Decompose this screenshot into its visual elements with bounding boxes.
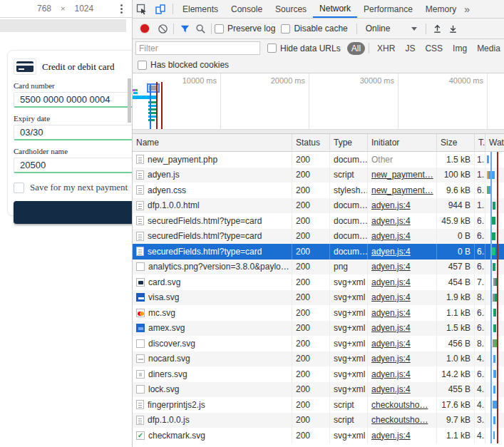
column-header-type[interactable]: Type — [330, 134, 368, 151]
initiator-link[interactable]: adyen.js:4 — [371, 323, 411, 333]
initiator-link[interactable]: adyen.js:4 — [371, 292, 411, 302]
resource-filter-all[interactable]: All — [347, 42, 365, 55]
hide-data-urls-checkbox[interactable] — [267, 43, 277, 53]
resource-filter-js[interactable]: JS — [401, 42, 419, 55]
request-name-cell[interactable]: ✓checkmark.svg — [133, 428, 292, 443]
column-header-initiator[interactable]: Initiator — [368, 134, 437, 151]
request-name-cell[interactable]: adyen.js — [133, 168, 292, 183]
column-header-size[interactable]: Size — [437, 134, 475, 151]
resource-filter-media[interactable]: Media — [473, 42, 504, 55]
request-name-cell[interactable]: analytics.png?version=3.8.0&paylo… — [133, 260, 292, 275]
request-row[interactable]: nocard.svg200svg+xmladyen.js:41.0 kB4.. — [133, 351, 504, 367]
request-name-cell[interactable]: new_payment.php — [133, 152, 292, 168]
tab-memory[interactable]: Memory — [419, 0, 463, 18]
request-name-cell[interactable]: mc.svg — [133, 305, 292, 321]
initiator-link[interactable]: new_payment… — [371, 185, 433, 195]
initiator-link[interactable]: checkoutsho… — [371, 400, 428, 410]
column-header-waterfall[interactable]: Waterfall — [485, 134, 504, 151]
device-height-value[interactable]: 1024 — [74, 4, 93, 14]
device-dimensions[interactable]: 768 × 1024 — [37, 4, 93, 14]
save-payment-checkbox[interactable] — [14, 183, 24, 193]
cardholder-name-input[interactable] — [14, 158, 132, 173]
tab-network[interactable]: Network — [313, 0, 357, 18]
request-row[interactable]: new_payment.php200docum…Other1.5 kB1.. — [133, 152, 504, 168]
initiator-link[interactable]: adyen.js:4 — [371, 431, 411, 441]
request-row[interactable]: securedFields.html?type=card200docum…ady… — [133, 229, 504, 245]
disable-cache-checkbox[interactable] — [281, 24, 290, 34]
initiator-link[interactable]: adyen.js:4 — [371, 277, 411, 287]
request-row[interactable]: visa.svg200svg+xmladyen.js:41.9 kB8.. — [133, 290, 504, 306]
request-row[interactable]: adyen.css200stylesh…new_payment…9.6 kB6.… — [133, 183, 504, 198]
more-tabs-icon[interactable]: » — [464, 4, 470, 15]
initiator-link[interactable]: checkoutsho… — [371, 415, 428, 425]
payment-method-header[interactable]: Credit or debit card — [14, 58, 132, 75]
clear-network-log-icon[interactable] — [155, 21, 170, 36]
network-overview-timeline[interactable]: 10000 ms20000 ms30000 ms40000 ms — [133, 73, 504, 134]
request-name-cell[interactable]: diners.svg — [133, 366, 292, 382]
import-har-icon[interactable] — [429, 21, 445, 36]
has-blocked-cookies-checkbox[interactable] — [138, 61, 147, 70]
initiator-link[interactable]: adyen.js:4 — [371, 369, 411, 379]
request-name-cell[interactable]: adyen.css — [133, 183, 292, 198]
request-row[interactable]: dfp.1.0.0.js200scriptcheckoutsho…9.7 kB3… — [133, 413, 504, 428]
throttling-select[interactable]: Online — [360, 24, 423, 34]
request-row[interactable]: adyen.js200scriptnew_payment…100 kB1.. — [133, 168, 504, 183]
request-name-cell[interactable]: fingerprintjs2.js — [133, 397, 292, 413]
request-name-cell[interactable]: dfp.1.0.0.html — [133, 198, 292, 214]
column-header-t[interactable]: T. — [475, 134, 485, 151]
tab-sources[interactable]: Sources — [269, 0, 313, 18]
resource-filter-css[interactable]: CSS — [421, 42, 447, 55]
request-row[interactable]: diners.svg200svg+xmladyen.js:414.2 kB6.. — [133, 366, 504, 382]
record-network-log-button[interactable] — [140, 24, 149, 33]
initiator-link[interactable]: adyen.js:4 — [371, 262, 411, 272]
device-toolbar-menu-icon[interactable] — [120, 4, 123, 14]
request-name-cell[interactable]: discover.svg — [133, 336, 292, 351]
request-row[interactable]: lock.svg200svg+xmladyen.js:4455 B4.. — [133, 382, 504, 398]
request-row[interactable]: ✓checkmark.svg200svg+xmladyen.js:41.1 kB… — [133, 428, 504, 443]
request-name-cell[interactable]: dfp.1.0.0.js — [133, 413, 292, 428]
expiry-date-input[interactable] — [14, 125, 132, 140]
initiator-link[interactable]: new_payment… — [371, 170, 433, 180]
resource-filter-xhr[interactable]: XHR — [373, 42, 399, 55]
request-row[interactable]: securedFields.html?type=card200docum…ady… — [133, 213, 504, 229]
column-header-name[interactable]: Name — [133, 134, 292, 151]
inspect-element-icon[interactable] — [133, 1, 151, 18]
filter-toggle-icon[interactable] — [177, 21, 192, 36]
search-icon[interactable] — [192, 21, 208, 36]
request-row[interactable]: amex.svg200svg+xmladyen.js:41.5 kB6.. — [133, 321, 504, 336]
request-name-cell[interactable]: card.svg — [133, 274, 292, 290]
request-row[interactable]: card.svg200svg+xmladyen.js:4454 B7.. — [133, 274, 504, 290]
initiator-link[interactable]: adyen.js:4 — [371, 339, 411, 349]
request-name-cell[interactable]: visa.svg — [133, 290, 292, 306]
tab-elements[interactable]: Elements — [176, 0, 225, 18]
filter-input[interactable] — [135, 41, 260, 55]
tab-console[interactable]: Console — [225, 0, 269, 18]
initiator-link[interactable]: adyen.js:4 — [371, 308, 411, 318]
tab-performance[interactable]: Performance — [357, 0, 419, 18]
export-har-icon[interactable] — [445, 21, 461, 36]
column-header-status[interactable]: Status — [292, 134, 330, 151]
initiator-link[interactable]: adyen.js:4 — [371, 200, 411, 210]
request-name-cell[interactable]: amex.svg — [133, 321, 292, 336]
preserve-log-checkbox[interactable] — [215, 24, 224, 34]
initiator-link[interactable]: adyen.js:4 — [371, 354, 411, 364]
toggle-device-toolbar-icon[interactable] — [151, 1, 170, 18]
device-width-value[interactable]: 768 — [37, 4, 51, 14]
request-row[interactable]: securedFields.html?type=card200docum…ady… — [133, 244, 504, 260]
resource-filter-img[interactable]: Img — [448, 42, 471, 55]
request-row[interactable]: mc.svg200svg+xmladyen.js:41.1 kB6.. — [133, 305, 504, 321]
request-name-cell[interactable]: lock.svg — [133, 382, 292, 398]
request-name-cell[interactable]: securedFields.html?type=card — [133, 213, 292, 229]
initiator-link[interactable]: adyen.js:4 — [371, 216, 411, 226]
request-row[interactable]: fingerprintjs2.js200scriptcheckoutsho…17… — [133, 397, 504, 413]
request-name-cell[interactable]: securedFields.html?type=card — [133, 229, 292, 245]
initiator-link[interactable]: adyen.js:4 — [371, 231, 411, 241]
page-scrollbar[interactable] — [128, 78, 131, 123]
request-name-cell[interactable]: securedFields.html?type=card — [133, 244, 292, 260]
request-name-cell[interactable]: nocard.svg — [133, 351, 292, 367]
request-row[interactable]: analytics.png?version=3.8.0&paylo…200png… — [133, 260, 504, 275]
card-number-input[interactable] — [14, 92, 132, 108]
initiator-link[interactable]: adyen.js:4 — [371, 384, 411, 394]
initiator-link[interactable]: adyen.js:4 — [371, 247, 411, 257]
request-row[interactable]: dfp.1.0.0.html200docum…adyen.js:4944 B1.… — [133, 198, 504, 214]
